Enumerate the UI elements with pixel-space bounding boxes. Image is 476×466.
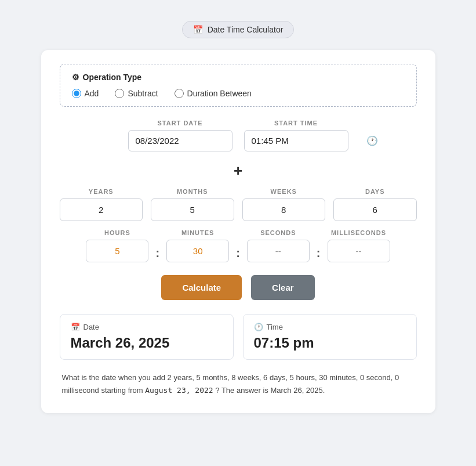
radio-subtract[interactable]: Subtract bbox=[115, 89, 158, 98]
years-field: YEARS bbox=[60, 188, 143, 221]
calendar-title-icon bbox=[193, 25, 203, 34]
date-result-title: 📅 Date bbox=[71, 323, 223, 331]
minutes-input[interactable] bbox=[166, 240, 229, 262]
time-row-wrapper: HOURS : MINUTES : SECONDS : MILLISECONDS bbox=[60, 229, 417, 262]
milliseconds-label: MILLISECONDS bbox=[331, 229, 386, 236]
radio-group: Add Subtract Duration Between bbox=[72, 89, 405, 98]
months-field: MONTHS bbox=[151, 188, 234, 221]
main-card: Operation Type Add Subtract Duration Bet… bbox=[41, 50, 435, 413]
app-title: Date Time Calculator bbox=[208, 25, 284, 34]
date-result-card: 📅 Date March 26, 2025 bbox=[60, 314, 234, 360]
milliseconds-field: MILLISECONDS bbox=[324, 229, 394, 262]
milliseconds-input[interactable] bbox=[328, 240, 390, 262]
plus-symbol: + bbox=[234, 162, 242, 180]
operation-title: Operation Type bbox=[72, 73, 405, 82]
title-bar: Date Time Calculator bbox=[21, 21, 455, 38]
radio-subtract-input[interactable] bbox=[115, 89, 124, 98]
description-text: What is the date when you add 2 years, 5… bbox=[60, 371, 417, 397]
time-result-card: 🕐 Time 07:15 pm bbox=[243, 314, 417, 360]
title-pill: Date Time Calculator bbox=[182, 21, 295, 38]
days-field: DAYS bbox=[333, 188, 417, 221]
hours-field: HOURS bbox=[82, 229, 152, 262]
seconds-input[interactable] bbox=[247, 240, 310, 262]
months-input[interactable] bbox=[151, 198, 234, 221]
weeks-label: WEEKS bbox=[271, 188, 297, 195]
radio-add-input[interactable] bbox=[72, 89, 81, 98]
duration-grid: YEARS MONTHS WEEKS DAYS bbox=[60, 188, 417, 221]
result-row: 📅 Date March 26, 2025 🕐 Time 07:15 pm bbox=[60, 314, 417, 360]
gear-icon bbox=[72, 73, 79, 82]
radio-add[interactable]: Add bbox=[72, 89, 99, 98]
start-time-group: START TIME 🕐 bbox=[244, 120, 348, 151]
hours-label: HOURS bbox=[104, 229, 130, 236]
date-result-value: March 26, 2025 bbox=[71, 335, 223, 351]
days-input[interactable] bbox=[333, 198, 417, 221]
time-result-value: 07:15 pm bbox=[254, 335, 406, 351]
minutes-field: MINUTES bbox=[163, 229, 232, 262]
years-input[interactable] bbox=[60, 198, 143, 221]
radio-duration-input[interactable] bbox=[175, 89, 184, 98]
operation-section: Operation Type Add Subtract Duration Bet… bbox=[60, 64, 417, 107]
radio-duration[interactable]: Duration Between bbox=[175, 89, 252, 98]
minutes-label: MINUTES bbox=[181, 229, 215, 236]
clock-icon: 🕐 bbox=[366, 135, 378, 146]
seconds-field: SECONDS bbox=[244, 229, 313, 262]
clear-button[interactable]: Clear bbox=[251, 275, 315, 300]
time-result-title: 🕐 Time bbox=[254, 323, 406, 331]
plus-icon-row: + bbox=[60, 162, 417, 180]
app-container: Date Time Calculator Operation Type Add … bbox=[12, 12, 464, 422]
weeks-field: WEEKS bbox=[242, 188, 326, 221]
date-result-icon: 📅 bbox=[71, 323, 80, 331]
start-date-label: START DATE bbox=[157, 120, 202, 127]
start-date-input-wrapper[interactable]: 📅 bbox=[128, 130, 232, 151]
weeks-input[interactable] bbox=[242, 198, 326, 221]
time-result-icon: 🕐 bbox=[254, 323, 263, 331]
days-label: DAYS bbox=[365, 188, 385, 195]
buttons-row: Calculate Clear bbox=[60, 275, 417, 300]
seconds-label: SECONDS bbox=[260, 229, 296, 236]
colon-1: : bbox=[154, 247, 161, 262]
calculate-button[interactable]: Calculate bbox=[161, 275, 242, 300]
colon-2: : bbox=[235, 247, 241, 262]
start-time-input-wrapper[interactable]: 🕐 bbox=[244, 130, 348, 151]
start-time-input[interactable] bbox=[252, 136, 362, 146]
colon-3: : bbox=[315, 247, 322, 262]
start-date-input[interactable] bbox=[136, 136, 246, 146]
date-time-row: START DATE 📅 START TIME 🕐 bbox=[60, 120, 417, 151]
years-label: YEARS bbox=[89, 188, 114, 195]
months-label: MONTHS bbox=[177, 188, 208, 195]
start-date-group: START DATE 📅 bbox=[128, 120, 232, 151]
start-time-label: START TIME bbox=[274, 120, 318, 127]
hours-input[interactable] bbox=[86, 240, 148, 262]
